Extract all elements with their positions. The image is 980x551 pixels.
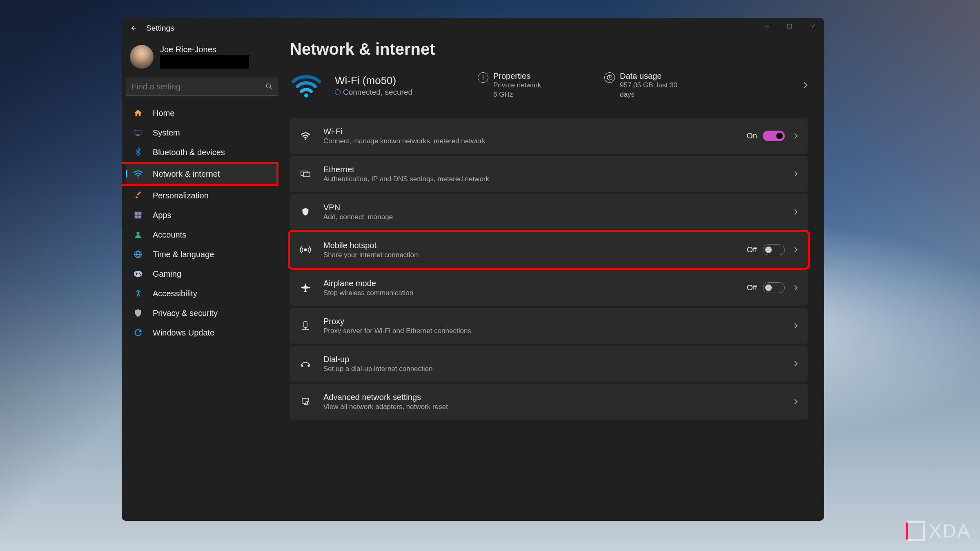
dialup-icon [300,358,311,369]
setting-title: Ethernet [323,165,785,174]
back-button[interactable] [126,20,142,36]
search-input[interactable] [131,82,265,91]
sidebar-item-label: Time & language [153,250,214,259]
properties-link[interactable]: i Properties Private network 6 GHz [478,71,592,99]
apps-icon [133,210,143,220]
setting-subtitle: Authentication, IP and DNS settings, met… [323,175,785,183]
toggle-switch[interactable] [763,131,785,141]
window-controls [755,18,824,34]
setting-subtitle: Connect, manage known networks, metered … [323,137,747,145]
close-button[interactable] [801,18,824,34]
user-name: Joe Rice-Jones [160,45,274,54]
sidebar-item-label: Apps [153,211,172,220]
svg-rect-3 [135,131,141,134]
shield-icon [133,308,143,318]
setting-row-hotspot[interactable]: Mobile hotspot Share your internet conne… [290,232,808,268]
sidebar-item-label: Accounts [153,230,186,240]
watermark: XDA [906,520,971,542]
svg-rect-24 [304,322,307,327]
sidebar-item-system[interactable]: System [126,123,278,142]
settings-window: Settings Joe Rice-Jones [122,18,824,521]
minimize-button[interactable] [755,18,778,34]
sidebar: Joe Rice-Jones HomeSystemBluetooth & dev… [122,38,283,521]
search-icon [265,83,273,90]
svg-rect-22 [303,172,310,177]
sidebar-item-globe[interactable]: Time & language [126,244,278,264]
network-name: Wi-Fi (mo50) [335,74,466,87]
sidebar-item-label: System [153,128,180,138]
sidebar-item-bluetooth[interactable]: Bluetooth & devices [126,142,278,162]
gaming-icon [133,269,143,279]
chevron-right-icon [794,209,798,215]
svg-point-18 [304,93,308,98]
chevron-right-icon [794,171,798,177]
setting-row-shield[interactable]: VPN Add, connect, manage [290,194,808,230]
maximize-button[interactable] [778,18,801,34]
svg-rect-12 [134,271,142,277]
chevron-right-icon [794,322,798,329]
toggle-label: Off [747,245,757,254]
sidebar-item-gaming[interactable]: Gaming [126,264,278,284]
toggle-label: On [747,131,757,140]
main-panel: Network & internet Wi-Fi (mo50) Connecte… [283,38,824,521]
svg-rect-8 [135,216,138,218]
setting-title: Dial-up [323,355,785,364]
toggle-switch[interactable] [763,244,785,255]
watermark-icon [906,521,925,541]
globe-icon [133,249,143,259]
home-icon [133,108,143,118]
setting-row-dialup[interactable]: Dial-up Set up a dial-up internet connec… [290,346,808,382]
sidebar-item-home[interactable]: Home [126,103,278,123]
search-box[interactable] [126,78,278,96]
svg-point-26 [308,365,310,367]
sidebar-item-label: Privacy & security [153,309,218,318]
person-icon [133,230,143,240]
svg-rect-4 [136,135,139,136]
sidebar-item-accessibility[interactable]: Accessibility [126,284,278,303]
hotspot-icon [300,244,311,256]
sidebar-item-label: Gaming [153,269,181,279]
wifi-icon [290,69,323,102]
chevron-right-icon [794,398,798,405]
sidebar-item-label: Bluetooth & devices [153,148,225,157]
airplane-icon [300,282,311,293]
system-icon [133,128,143,138]
globe-icon [335,89,341,95]
sidebar-item-shield[interactable]: Privacy & security [126,303,278,323]
setting-subtitle: Add, connect, manage [323,213,785,221]
svg-point-20 [305,139,306,140]
toggle-switch[interactable] [763,282,785,293]
setting-row-airplane[interactable]: Airplane mode Stop wireless communicatio… [290,270,808,306]
setting-row-proxy[interactable]: Proxy Proxy server for Wi-Fi and Etherne… [290,308,808,344]
setting-subtitle: Proxy server for Wi-Fi and Ethernet conn… [323,327,785,335]
titlebar: Settings [122,18,824,38]
chevron-right-icon [794,133,798,139]
sidebar-item-label: Personalization [153,191,209,200]
setting-title: VPN [323,203,785,212]
svg-rect-9 [138,216,141,218]
setting-row-advanced[interactable]: Advanced network settings View all netwo… [290,384,808,420]
sidebar-item-brush[interactable]: Personalization [126,186,278,205]
info-icon: i [478,72,488,83]
brush-icon [133,191,143,200]
sidebar-item-update[interactable]: Windows Update [126,323,278,342]
data-usage-icon [604,72,615,83]
data-usage-link[interactable]: Data usage 957.05 GB, last 30 days [604,71,686,99]
svg-rect-0 [788,24,792,28]
setting-title: Airplane mode [323,279,747,288]
svg-point-23 [305,249,307,251]
sidebar-item-label: Network & internet [153,169,220,179]
svg-point-13 [139,273,140,274]
sidebar-item-wifi[interactable]: Network & internet [126,164,276,184]
sidebar-item-person[interactable]: Accounts [126,225,278,244]
setting-title: Wi-Fi [323,127,747,136]
user-email-redacted [160,55,249,69]
wifi-icon [300,130,311,142]
setting-row-ethernet[interactable]: Ethernet Authentication, IP and DNS sett… [290,156,808,192]
chevron-right-icon [794,284,798,291]
sidebar-item-apps[interactable]: Apps [126,205,278,225]
bluetooth-icon [133,147,143,157]
advanced-icon [300,396,311,407]
user-section[interactable]: Joe Rice-Jones [126,42,278,74]
setting-row-wifi[interactable]: Wi-Fi Connect, manage known networks, me… [290,118,808,154]
